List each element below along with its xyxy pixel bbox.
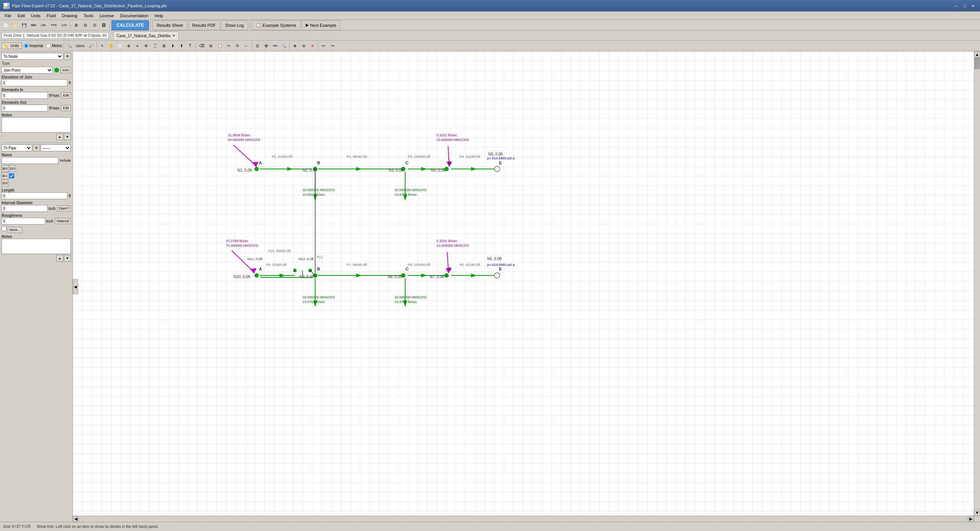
maximize-button[interactable]: □ xyxy=(961,2,969,10)
paste-tool[interactable]: 📋 xyxy=(216,42,224,50)
select-tool[interactable]: ⊕ xyxy=(124,42,133,50)
source-tool[interactable]: ⬆ xyxy=(177,42,186,50)
pan-tool[interactable]: ✋ xyxy=(107,42,115,50)
metric-radio[interactable] xyxy=(46,43,51,48)
scroll-up-button[interactable]: ▲ xyxy=(974,51,980,57)
icon-button[interactable]: Icon xyxy=(61,67,71,73)
new-button[interactable]: 📄 xyxy=(2,21,10,30)
material-button[interactable]: Material xyxy=(55,218,71,224)
demand-tool[interactable]: ⬇ xyxy=(169,42,177,50)
more-button[interactable]: More... xyxy=(8,227,22,233)
toolbar-icon-table[interactable]: ⊡ xyxy=(90,21,99,30)
split-pipe-button[interactable]: ⊖ xyxy=(299,42,308,50)
menu-edit[interactable]: Edit xyxy=(15,12,28,20)
eraser-tool[interactable]: ⌫ xyxy=(197,42,206,50)
show-log-button[interactable]: Show Log xyxy=(221,20,248,30)
scroll-right-button[interactable]: ▶ xyxy=(968,516,974,522)
zoom-out-button[interactable]: 🔎 xyxy=(87,42,95,50)
pipe-style-select[interactable]: —— xyxy=(41,144,71,151)
toolbar-icon-123[interactable]: 123 xyxy=(60,21,69,30)
minimize-button[interactable]: — xyxy=(952,2,960,10)
menu-file[interactable]: File xyxy=(2,12,15,20)
draw-pipe-tool[interactable]: ⬜ xyxy=(116,42,124,50)
horizontal-scrollbar[interactable]: ◀ ▶ xyxy=(73,516,974,522)
zoom-out2-button[interactable]: ➖ xyxy=(271,42,279,50)
vertical-scrollbar[interactable]: ▲ ▼ xyxy=(974,51,980,516)
add-node-button[interactable]: ⊕ xyxy=(291,42,299,50)
toolbar-icon-label[interactable]: LBL xyxy=(39,21,48,30)
calculate-button[interactable]: CALCULATE xyxy=(111,20,149,30)
pipe-icon-1[interactable]: ⊞0 xyxy=(2,165,8,172)
open-button[interactable]: 📁 xyxy=(11,21,19,30)
next-example-button[interactable]: ▶ Next Example xyxy=(301,20,340,30)
pipe-notes-scroll-up[interactable]: ▲ xyxy=(56,255,63,262)
pipe-checkbox-1[interactable] xyxy=(9,172,14,179)
menu-drawing[interactable]: Drawing xyxy=(59,12,80,20)
menu-units[interactable]: Units xyxy=(28,12,44,20)
elevation-input[interactable] xyxy=(2,79,67,86)
pipe-icon-2[interactable]: ⊟0 xyxy=(9,165,16,172)
node-N7[interactable] xyxy=(445,274,448,277)
node-N1[interactable] xyxy=(255,167,258,171)
node-N6[interactable] xyxy=(494,273,500,278)
rotate-tool[interactable]: ↻ xyxy=(233,42,242,50)
menu-documentation[interactable]: Documentation xyxy=(117,12,152,20)
toolbar-icon-grid[interactable]: ⊟ xyxy=(81,21,90,30)
menu-fluid[interactable]: Fluid xyxy=(44,12,59,20)
notes-scroll-down[interactable]: ▼ xyxy=(64,133,71,140)
pipe-notes-scroll-down[interactable]: ▼ xyxy=(64,255,71,262)
to-pipe-select[interactable]: To Pipe xyxy=(2,144,32,151)
text-tool[interactable]: T xyxy=(186,42,195,50)
save-button[interactable]: 💾 xyxy=(20,21,28,30)
file-tab[interactable]: Case_17_Natural_Gas_Distribu ✕ xyxy=(113,31,179,40)
undo-button[interactable]: ↩ xyxy=(319,42,328,50)
notes-scroll-up[interactable]: ▲ xyxy=(56,133,63,140)
menu-tools[interactable]: Tools xyxy=(80,12,97,20)
example-systems-button[interactable]: 📋 Example Systems xyxy=(252,20,301,30)
node-N11[interactable] xyxy=(293,269,296,272)
collapse-panel-button[interactable]: ◀ xyxy=(73,279,78,294)
flip-h-tool[interactable]: ↔ xyxy=(242,42,250,50)
pipe-diam-input[interactable] xyxy=(2,205,47,212)
canvas-area[interactable]: ◀ xyxy=(73,51,980,522)
zoom-reset-button[interactable]: 100% xyxy=(74,42,87,50)
to-pipe-settings-button[interactable]: ⚙ xyxy=(33,144,40,151)
zoom-region-button[interactable]: 🔍 xyxy=(280,42,288,50)
diam-button[interactable]: Diam? xyxy=(57,205,71,211)
zoom-in2-button[interactable]: ➕ xyxy=(262,42,270,50)
scroll-down-button[interactable]: ▼ xyxy=(974,510,980,516)
imperial-radio-label[interactable]: Imperial xyxy=(24,43,43,48)
pipe-length-input[interactable] xyxy=(2,192,67,199)
scroll-left-button[interactable]: ◀ xyxy=(73,516,79,522)
toolbar-icon-pic[interactable]: 🖼 xyxy=(100,21,108,30)
to-node-settings-button[interactable]: ⚙ xyxy=(64,53,71,60)
pipe-icon-4[interactable]: ⊟0 xyxy=(2,180,8,187)
results-pdf-button[interactable]: Results PDF xyxy=(188,20,220,30)
component-tool[interactable]: ⊞ xyxy=(160,42,168,50)
menu-license[interactable]: License xyxy=(97,12,117,20)
node-N10[interactable] xyxy=(255,274,258,277)
more-checkbox[interactable] xyxy=(2,226,7,231)
demands-in-edit-button[interactable]: Edit xyxy=(61,92,71,98)
scroll-thumb-vertical[interactable] xyxy=(975,57,980,69)
close-button[interactable]: ✕ xyxy=(969,2,977,10)
results-sheet-button[interactable]: Results Sheet xyxy=(152,20,187,30)
metric-radio-label[interactable]: Metric xyxy=(46,43,62,48)
pipe-icon-3[interactable]: ⊞1 xyxy=(2,172,8,179)
to-node-select[interactable]: To Node xyxy=(2,53,63,60)
pipeline-diagram[interactable]: P1, 63360.0ft P2, 96040.0ft P3, 105600.0… xyxy=(73,51,980,522)
toolbar-icon-box[interactable]: ⊞ xyxy=(72,21,80,30)
menu-help[interactable]: Help xyxy=(152,12,167,20)
toolbar-icon-pfe[interactable]: PFE xyxy=(49,21,59,30)
arrow-tool[interactable]: ↖ xyxy=(98,42,106,50)
delete-node-button[interactable]: ✕ xyxy=(308,42,317,50)
zoom-in-button[interactable]: 🔍 xyxy=(65,42,74,50)
pipe-name-input[interactable] xyxy=(2,157,58,164)
demands-out-input[interactable] xyxy=(2,105,48,111)
demands-in-input[interactable] xyxy=(2,92,48,99)
cut-tool[interactable]: ✂ xyxy=(224,42,233,50)
imperial-radio[interactable] xyxy=(24,43,29,48)
toolbar-icon-iso[interactable]: ISO xyxy=(29,21,38,30)
pipe-roughness-input[interactable] xyxy=(2,218,45,225)
pump-tool[interactable]: ⚙ xyxy=(142,42,151,50)
